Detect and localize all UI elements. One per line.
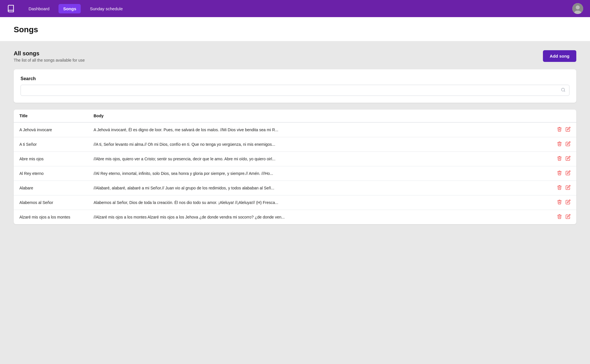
song-body: //A ti, Señor levanto mi alma.// Oh mi D… [88, 137, 551, 152]
delete-song-button[interactable] [557, 156, 562, 162]
delete-song-button[interactable] [557, 141, 562, 147]
song-body: //Alabaré, alabaré, alabaré a mi Señor./… [88, 181, 551, 195]
edit-song-button[interactable] [565, 214, 571, 220]
delete-song-button[interactable] [557, 170, 562, 177]
page-title: Songs [14, 25, 576, 34]
page-header: Songs [0, 17, 590, 41]
song-title: Alabemos al Señor [14, 195, 88, 210]
user-avatar[interactable] [572, 3, 583, 14]
delete-song-button[interactable] [557, 214, 562, 220]
logo-icon[interactable] [7, 5, 15, 13]
search-input-wrapper [21, 85, 569, 96]
add-song-button[interactable]: Add song [543, 50, 576, 62]
song-actions [551, 210, 576, 225]
nav-link-dashboard[interactable]: Dashboard [24, 4, 54, 13]
col-header-body: Body [88, 110, 551, 122]
edit-song-button[interactable] [565, 141, 571, 147]
edit-song-button[interactable] [565, 199, 571, 206]
edit-song-button[interactable] [565, 170, 571, 177]
delete-song-button[interactable] [557, 127, 562, 133]
table-row: Alabare//Alabaré, alabaré, alabaré a mi … [14, 181, 576, 195]
search-input[interactable] [21, 85, 569, 96]
song-body: A Jehová invocaré, Él es digno de loor. … [88, 122, 551, 137]
svg-point-1 [576, 5, 580, 9]
svg-line-4 [564, 91, 565, 92]
edit-song-button[interactable] [565, 185, 571, 191]
table-header-row: Title Body [14, 110, 576, 122]
table-row: Al Rey eterno//Al Rey eterno, inmortal, … [14, 166, 576, 181]
edit-song-button[interactable] [565, 156, 571, 162]
table-row: A ti Señor//A ti, Señor levanto mi alma.… [14, 137, 576, 152]
song-actions [551, 195, 576, 210]
song-title: Alabare [14, 181, 88, 195]
song-title: Alzaré mis ojos a los montes [14, 210, 88, 225]
search-label: Search [21, 76, 569, 81]
section-header: All songs The list of all the songs avai… [14, 50, 576, 62]
nav-link-sunday-schedule[interactable]: Sunday schedule [85, 4, 127, 13]
songs-table: Title Body A Jehová invocareA Jehová inv… [14, 110, 576, 224]
section-title: All songs [14, 50, 85, 57]
main-content: All songs The list of all the songs avai… [0, 41, 590, 364]
section-title-group: All songs The list of all the songs avai… [14, 50, 85, 62]
section-subtitle: The list of all the songs available for … [14, 58, 85, 62]
songs-table-card: Title Body A Jehová invocareA Jehová inv… [14, 110, 576, 224]
navbar: Dashboard Songs Sunday schedule [0, 0, 590, 17]
song-actions [551, 137, 576, 152]
song-body: //Abre mis ojos, quiero ver a Cristo; se… [88, 152, 551, 166]
song-title: A Jehová invocare [14, 122, 88, 137]
search-card: Search [14, 69, 576, 103]
nav-link-songs[interactable]: Songs [58, 4, 81, 13]
song-title: A ti Señor [14, 137, 88, 152]
edit-song-button[interactable] [565, 127, 571, 133]
song-body: //Alzaré mis ojos a los montes Alzaré mi… [88, 210, 551, 225]
table-row: Alabemos al SeñorAlabemos al Señor, Dios… [14, 195, 576, 210]
delete-song-button[interactable] [557, 199, 562, 206]
search-icon [561, 88, 565, 93]
col-header-title: Title [14, 110, 88, 122]
table-row: Abre mis ojos//Abre mis ojos, quiero ver… [14, 152, 576, 166]
song-actions [551, 152, 576, 166]
song-body: //Al Rey eterno, inmortal, infinito, sol… [88, 166, 551, 181]
delete-song-button[interactable] [557, 185, 562, 191]
song-body: Alabemos al Señor, Dios de toda la creac… [88, 195, 551, 210]
song-actions [551, 166, 576, 181]
table-row: Alzaré mis ojos a los montes//Alzaré mis… [14, 210, 576, 225]
table-row: A Jehová invocareA Jehová invocaré, Él e… [14, 122, 576, 137]
song-title: Al Rey eterno [14, 166, 88, 181]
col-header-actions [551, 110, 576, 122]
song-actions [551, 181, 576, 195]
song-actions [551, 122, 576, 137]
song-title: Abre mis ojos [14, 152, 88, 166]
